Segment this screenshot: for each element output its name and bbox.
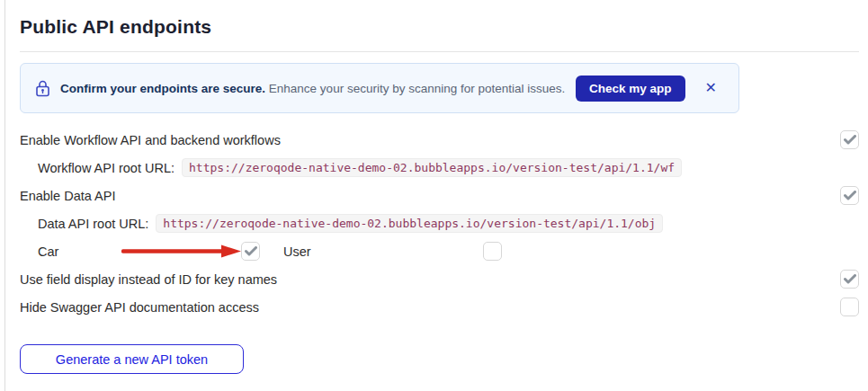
hide-swagger-checkbox[interactable]	[840, 298, 859, 316]
panel-edge-divider	[4, 0, 5, 391]
hide-swagger-row: Hide Swagger API documentation access	[20, 293, 859, 321]
data-api-label: Enable Data API	[20, 189, 115, 203]
data-type-user-label: User	[283, 244, 483, 259]
page-title: Public API endpoints	[20, 16, 859, 38]
workflow-api-label: Enable Workflow API and backend workflow…	[20, 133, 281, 147]
data-types-row: Car User	[20, 237, 859, 265]
data-api-row: Enable Data API	[20, 182, 859, 209]
shield-lock-icon	[35, 80, 50, 97]
generate-api-token-button[interactable]: Generate a new API token	[20, 344, 244, 374]
user-checkbox[interactable]	[483, 242, 502, 261]
workflow-url-value: https://zeroqode-native-demo-02.bubbleap…	[182, 158, 682, 177]
check-my-app-button[interactable]: Check my app	[576, 76, 685, 102]
car-checkbox[interactable]	[241, 242, 260, 261]
banner-message: Confirm your endpoints are secure. Enhan…	[60, 82, 565, 95]
data-type-car-label: Car	[38, 244, 241, 259]
hide-swagger-label: Hide Swagger API documentation access	[20, 300, 259, 315]
banner-message-bold: Confirm your endpoints are secure.	[60, 82, 265, 95]
settings-rows: Enable Workflow API and backend workflow…	[20, 126, 859, 321]
field-display-row: Use field display instead of ID for key …	[20, 265, 859, 293]
public-api-settings-page: Public API endpoints Confirm your endpoi…	[0, 0, 868, 391]
data-url-value: https://zeroqode-native-demo-02.bubbleap…	[156, 214, 663, 233]
title-divider	[20, 51, 859, 52]
close-icon[interactable]: ✕	[705, 81, 717, 95]
workflow-url-row: Workflow API root URL: https://zeroqode-…	[20, 154, 859, 182]
workflow-url-label: Workflow API root URL:	[38, 161, 174, 175]
field-display-checkbox[interactable]	[840, 270, 859, 289]
banner-message-detail: Enhance your security by scanning for po…	[269, 82, 565, 95]
data-api-checkbox[interactable]	[840, 186, 859, 205]
field-display-label: Use field display instead of ID for key …	[20, 272, 277, 287]
workflow-api-row: Enable Workflow API and backend workflow…	[20, 126, 859, 154]
data-url-row: Data API root URL: https://zeroqode-nati…	[20, 209, 859, 237]
data-url-label: Data API root URL:	[38, 217, 148, 231]
workflow-api-checkbox[interactable]	[840, 130, 859, 149]
security-banner: Confirm your endpoints are secure. Enhan…	[20, 63, 739, 113]
